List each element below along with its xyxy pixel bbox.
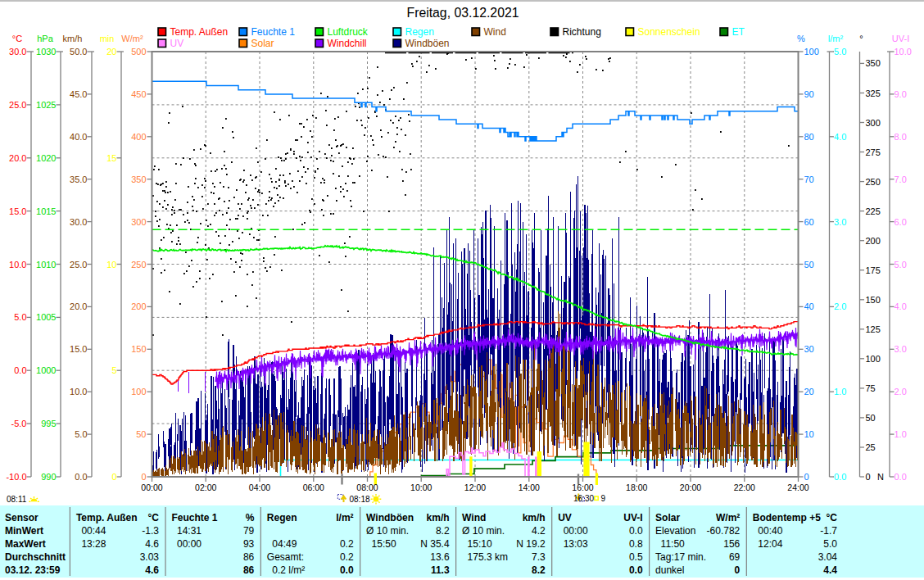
svg-text:Windböen: Windböen xyxy=(366,512,414,523)
svg-text:5.0: 5.0 xyxy=(75,429,87,439)
svg-text:300: 300 xyxy=(131,217,146,227)
svg-text:dunkel: dunkel xyxy=(655,564,684,576)
svg-text:UV: UV xyxy=(558,512,572,523)
svg-text:450: 450 xyxy=(131,89,146,99)
svg-text:15.0: 15.0 xyxy=(9,206,26,216)
svg-text:Solar: Solar xyxy=(251,38,274,49)
svg-text:15:10: 15:10 xyxy=(468,538,492,550)
svg-text:70: 70 xyxy=(804,174,814,184)
svg-text:0.2 l/m²: 0.2 l/m² xyxy=(272,564,305,576)
svg-text:1.0: 1.0 xyxy=(834,387,846,396)
svg-text:W/m²: W/m² xyxy=(121,34,143,43)
svg-text:0.2: 0.2 xyxy=(340,551,354,563)
svg-text:20.0: 20.0 xyxy=(9,153,26,163)
svg-text:13:28: 13:28 xyxy=(81,538,106,550)
svg-text:hPa: hPa xyxy=(37,34,53,43)
svg-text:ET: ET xyxy=(732,26,745,38)
svg-text:11.3: 11.3 xyxy=(431,564,450,576)
svg-text:40: 40 xyxy=(804,301,814,311)
svg-text:Feuchte 1: Feuchte 1 xyxy=(251,26,296,38)
svg-text:20: 20 xyxy=(106,47,116,57)
svg-text:86: 86 xyxy=(243,564,255,576)
svg-text:Regen: Regen xyxy=(405,26,434,38)
svg-text:%: % xyxy=(246,512,255,523)
svg-text:1015: 1015 xyxy=(36,206,56,216)
svg-text:°C: °C xyxy=(827,512,838,523)
svg-text:Temp. Außen: Temp. Außen xyxy=(76,512,138,523)
svg-text:1030: 1030 xyxy=(36,47,56,57)
svg-text:Sensor: Sensor xyxy=(5,512,38,523)
svg-text:00:00: 00:00 xyxy=(141,483,162,492)
svg-text:3.03: 3.03 xyxy=(140,551,160,563)
svg-text:12:00: 12:00 xyxy=(464,483,486,492)
svg-text:100: 100 xyxy=(804,47,819,57)
svg-text:06:00: 06:00 xyxy=(303,483,324,492)
svg-text:°: ° xyxy=(859,34,863,43)
svg-text:200: 200 xyxy=(866,236,881,246)
svg-text:50: 50 xyxy=(866,413,876,423)
svg-text:5: 5 xyxy=(111,365,116,375)
svg-text:-5.0: -5.0 xyxy=(11,419,27,428)
svg-text:7.0: 7.0 xyxy=(895,174,907,184)
svg-text:12:04: 12:04 xyxy=(758,538,782,550)
svg-text:25: 25 xyxy=(866,442,876,452)
svg-text:150: 150 xyxy=(866,295,881,305)
svg-text:10.0: 10.0 xyxy=(9,260,26,270)
svg-text:225: 225 xyxy=(866,206,881,216)
svg-text:13:03: 13:03 xyxy=(564,538,588,550)
svg-text:500: 500 xyxy=(131,47,146,57)
svg-text:20.0: 20.0 xyxy=(70,301,87,311)
svg-text:%: % xyxy=(797,34,805,43)
svg-text:08:18: 08:18 xyxy=(350,495,370,504)
svg-text:14:00: 14:00 xyxy=(519,483,540,492)
svg-text:40.0: 40.0 xyxy=(70,132,87,142)
svg-text:08:00: 08:00 xyxy=(356,483,378,492)
svg-text:km/h: km/h xyxy=(523,512,546,523)
svg-text:5.0: 5.0 xyxy=(823,538,837,550)
svg-text:Ø 10 min.: Ø 10 min. xyxy=(366,525,409,537)
svg-text:4.0: 4.0 xyxy=(834,132,846,142)
svg-text:1020: 1020 xyxy=(36,153,56,163)
svg-text:Luftdruck: Luftdruck xyxy=(328,26,369,38)
svg-text:00:40: 00:40 xyxy=(758,525,782,537)
svg-text:5.0: 5.0 xyxy=(14,312,26,322)
svg-text:Bodentemp +5: Bodentemp +5 xyxy=(753,512,821,523)
svg-text:0.0: 0.0 xyxy=(340,564,354,576)
svg-text:0.0: 0.0 xyxy=(834,472,846,482)
svg-text:1.0: 1.0 xyxy=(895,429,907,439)
svg-text:MaxWert: MaxWert xyxy=(5,538,46,550)
svg-text:75: 75 xyxy=(866,383,876,393)
svg-text:4.6: 4.6 xyxy=(145,538,159,550)
svg-text:30.0: 30.0 xyxy=(9,47,26,57)
svg-text:0.0: 0.0 xyxy=(629,525,643,537)
svg-text:175: 175 xyxy=(866,265,881,275)
svg-text:22:00: 22:00 xyxy=(734,483,755,492)
svg-text:156: 156 xyxy=(723,538,740,550)
svg-text:325: 325 xyxy=(866,88,881,98)
svg-text:990: 990 xyxy=(41,472,56,482)
svg-text:N 35.4: N 35.4 xyxy=(420,538,450,550)
svg-text:0.0: 0.0 xyxy=(629,564,643,576)
svg-text:-1.7: -1.7 xyxy=(820,525,837,537)
svg-text:50.0: 50.0 xyxy=(70,47,87,57)
svg-text:Tag:17 min.: Tag:17 min. xyxy=(655,551,706,563)
svg-text:Wind: Wind xyxy=(484,26,506,38)
svg-text:0: 0 xyxy=(141,472,146,482)
svg-text:Windchill: Windchill xyxy=(328,38,367,49)
svg-text:10:00: 10:00 xyxy=(410,483,432,492)
svg-text:03.12. 23:59: 03.12. 23:59 xyxy=(5,564,61,576)
svg-text:100: 100 xyxy=(866,354,881,364)
svg-text:400: 400 xyxy=(131,132,146,142)
svg-text:5.0: 5.0 xyxy=(895,260,907,270)
svg-text:20: 20 xyxy=(804,387,814,396)
svg-text:125: 125 xyxy=(866,324,881,334)
svg-text:Temp. Außen: Temp. Außen xyxy=(170,26,229,38)
svg-text:W/m²: W/m² xyxy=(716,512,740,523)
svg-text:14:31: 14:31 xyxy=(177,525,202,537)
svg-text:9.0: 9.0 xyxy=(895,89,907,99)
svg-text:MinWert: MinWert xyxy=(5,525,43,537)
svg-text:00:00: 00:00 xyxy=(177,538,202,550)
svg-text:00:44: 00:44 xyxy=(81,525,106,537)
svg-text:20:00: 20:00 xyxy=(680,483,701,492)
svg-text:Sonnenschein: Sonnenschein xyxy=(638,26,700,38)
